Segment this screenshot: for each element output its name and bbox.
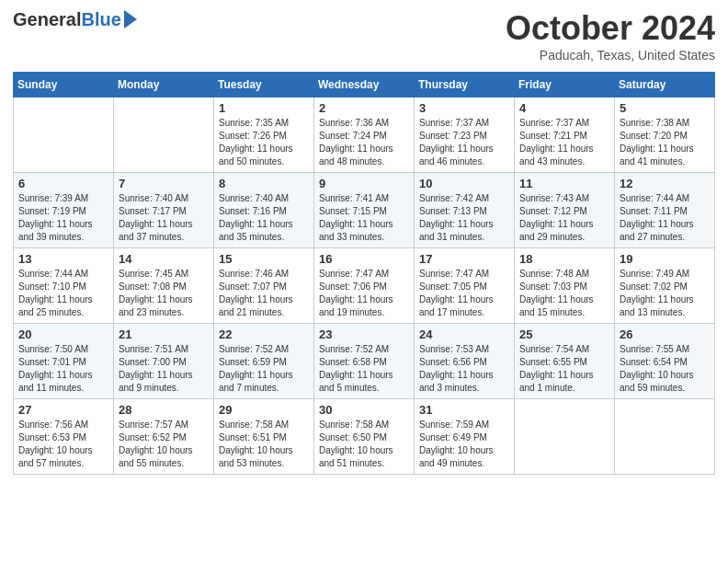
day-cell (515, 399, 615, 475)
sunset-text: Sunset: 7:13 PM (419, 205, 509, 218)
day-cell: 6Sunrise: 7:39 AMSunset: 7:19 PMDaylight… (14, 173, 114, 248)
day-number: 11 (519, 177, 609, 190)
day-number: 4 (519, 101, 609, 115)
day-cell: 7Sunrise: 7:40 AMSunset: 7:17 PMDaylight… (114, 173, 214, 248)
sunset-text: Sunset: 7:21 PM (519, 130, 609, 143)
day-number: 27 (18, 403, 108, 417)
week-row-2: 6Sunrise: 7:39 AMSunset: 7:19 PMDaylight… (14, 173, 715, 248)
sunset-text: Sunset: 7:26 PM (219, 130, 309, 143)
sunrise-text: Sunrise: 7:45 AM (119, 268, 209, 281)
day-info: Sunrise: 7:41 AMSunset: 7:15 PMDaylight:… (319, 192, 409, 244)
day-cell: 20Sunrise: 7:50 AMSunset: 7:01 PMDayligh… (14, 324, 114, 399)
sunrise-text: Sunrise: 7:37 AM (519, 117, 609, 130)
sunset-text: Sunset: 6:52 PM (119, 431, 209, 444)
day-cell: 4Sunrise: 7:37 AMSunset: 7:21 PMDaylight… (515, 98, 615, 173)
day-number: 8 (219, 177, 309, 190)
daylight-text: Daylight: 11 hours and 50 minutes. (219, 143, 309, 168)
sunset-text: Sunset: 7:02 PM (620, 281, 710, 293)
week-row-4: 20Sunrise: 7:50 AMSunset: 7:01 PMDayligh… (14, 324, 715, 399)
day-number: 6 (18, 177, 108, 190)
daylight-text: Daylight: 11 hours and 3 minutes. (419, 369, 509, 395)
day-cell: 22Sunrise: 7:52 AMSunset: 6:59 PMDayligh… (214, 324, 314, 399)
sunset-text: Sunset: 7:10 PM (18, 281, 108, 293)
sunset-text: Sunset: 7:20 PM (620, 130, 710, 143)
day-cell: 16Sunrise: 7:47 AMSunset: 7:06 PMDayligh… (314, 248, 415, 324)
sunset-text: Sunset: 6:55 PM (519, 356, 609, 369)
day-info: Sunrise: 7:58 AMSunset: 6:51 PMDaylight:… (219, 419, 309, 470)
sunrise-text: Sunrise: 7:37 AM (419, 117, 509, 130)
location: Paducah, Texas, United States (506, 48, 715, 63)
day-info: Sunrise: 7:40 AMSunset: 7:17 PMDaylight:… (119, 192, 209, 244)
day-info: Sunrise: 7:52 AMSunset: 6:58 PMDaylight:… (319, 343, 409, 395)
sunrise-text: Sunrise: 7:51 AM (119, 343, 209, 356)
sunrise-text: Sunrise: 7:49 AM (620, 268, 710, 281)
day-number: 7 (119, 177, 209, 190)
sunset-text: Sunset: 7:08 PM (119, 281, 209, 293)
daylight-text: Daylight: 10 hours and 57 minutes. (18, 444, 108, 470)
sunrise-text: Sunrise: 7:52 AM (319, 343, 409, 356)
day-number: 12 (620, 177, 710, 190)
day-cell: 15Sunrise: 7:46 AMSunset: 7:07 PMDayligh… (214, 248, 314, 324)
logo-general-text: General (13, 9, 81, 30)
sunrise-text: Sunrise: 7:40 AM (219, 192, 309, 205)
sunset-text: Sunset: 7:00 PM (119, 356, 209, 369)
sunset-text: Sunset: 7:24 PM (319, 130, 409, 143)
day-cell: 2Sunrise: 7:36 AMSunset: 7:24 PMDaylight… (314, 98, 415, 173)
day-info: Sunrise: 7:43 AMSunset: 7:12 PMDaylight:… (519, 192, 609, 244)
day-info: Sunrise: 7:52 AMSunset: 6:59 PMDaylight:… (219, 343, 309, 395)
day-number: 23 (319, 327, 409, 341)
day-number: 5 (620, 101, 710, 115)
col-header-sunday: Sunday (14, 73, 114, 98)
day-info: Sunrise: 7:38 AMSunset: 7:20 PMDaylight:… (620, 117, 710, 168)
logo: General Blue (13, 9, 137, 30)
sunrise-text: Sunrise: 7:39 AM (18, 192, 108, 205)
daylight-text: Daylight: 11 hours and 19 minutes. (319, 293, 409, 319)
sunrise-text: Sunrise: 7:44 AM (18, 268, 108, 281)
daylight-text: Daylight: 11 hours and 5 minutes. (319, 369, 409, 395)
col-header-thursday: Thursday (415, 73, 515, 98)
sunrise-text: Sunrise: 7:53 AM (419, 343, 509, 356)
daylight-text: Daylight: 11 hours and 17 minutes. (419, 293, 509, 319)
day-number: 25 (519, 327, 609, 341)
day-info: Sunrise: 7:51 AMSunset: 7:00 PMDaylight:… (119, 343, 209, 395)
sunset-text: Sunset: 6:49 PM (419, 431, 509, 444)
sunset-text: Sunset: 6:51 PM (219, 431, 309, 444)
sunrise-text: Sunrise: 7:55 AM (620, 343, 710, 356)
day-cell (114, 98, 214, 173)
day-cell: 24Sunrise: 7:53 AMSunset: 6:56 PMDayligh… (415, 324, 515, 399)
header: General Blue October 2024 Paducah, Texas… (13, 9, 715, 63)
day-info: Sunrise: 7:55 AMSunset: 6:54 PMDaylight:… (620, 343, 710, 395)
sunset-text: Sunset: 7:19 PM (18, 205, 108, 218)
month-title: October 2024 (506, 9, 715, 48)
day-cell: 30Sunrise: 7:58 AMSunset: 6:50 PMDayligh… (314, 399, 415, 475)
day-info: Sunrise: 7:35 AMSunset: 7:26 PMDaylight:… (219, 117, 309, 168)
day-cell: 5Sunrise: 7:38 AMSunset: 7:20 PMDaylight… (615, 98, 715, 173)
daylight-text: Daylight: 11 hours and 31 minutes. (419, 218, 509, 244)
day-number: 13 (18, 252, 108, 266)
daylight-text: Daylight: 11 hours and 43 minutes. (519, 143, 609, 168)
day-cell: 14Sunrise: 7:45 AMSunset: 7:08 PMDayligh… (114, 248, 214, 324)
day-number: 19 (620, 252, 710, 266)
sunrise-text: Sunrise: 7:43 AM (519, 192, 609, 205)
day-info: Sunrise: 7:37 AMSunset: 7:21 PMDaylight:… (519, 117, 609, 168)
day-info: Sunrise: 7:49 AMSunset: 7:02 PMDaylight:… (620, 268, 710, 319)
sunrise-text: Sunrise: 7:41 AM (319, 192, 409, 205)
day-number: 24 (419, 327, 509, 341)
day-number: 10 (419, 177, 509, 190)
sunset-text: Sunset: 6:50 PM (319, 431, 409, 444)
day-number: 15 (219, 252, 309, 266)
day-cell: 29Sunrise: 7:58 AMSunset: 6:51 PMDayligh… (214, 399, 314, 475)
day-info: Sunrise: 7:47 AMSunset: 7:06 PMDaylight:… (319, 268, 409, 319)
day-info: Sunrise: 7:40 AMSunset: 7:16 PMDaylight:… (219, 192, 309, 244)
sunset-text: Sunset: 7:06 PM (319, 281, 409, 293)
header-row: SundayMondayTuesdayWednesdayThursdayFrid… (14, 73, 715, 98)
daylight-text: Daylight: 11 hours and 37 minutes. (119, 218, 209, 244)
day-cell (14, 98, 114, 173)
col-header-tuesday: Tuesday (214, 73, 314, 98)
day-cell: 21Sunrise: 7:51 AMSunset: 7:00 PMDayligh… (114, 324, 214, 399)
daylight-text: Daylight: 11 hours and 35 minutes. (219, 218, 309, 244)
sunset-text: Sunset: 7:11 PM (620, 205, 710, 218)
day-cell: 13Sunrise: 7:44 AMSunset: 7:10 PMDayligh… (14, 248, 114, 324)
day-cell: 25Sunrise: 7:54 AMSunset: 6:55 PMDayligh… (515, 324, 615, 399)
sunrise-text: Sunrise: 7:58 AM (219, 419, 309, 431)
